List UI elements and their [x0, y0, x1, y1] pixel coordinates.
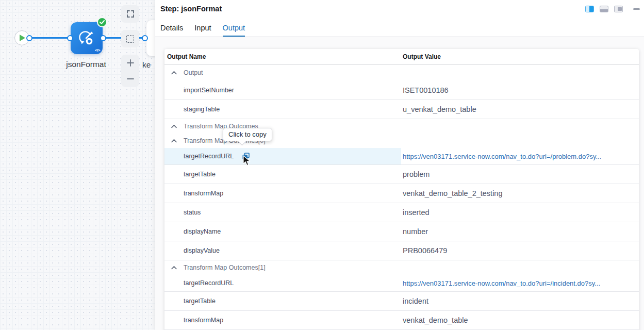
- zoom-out-button[interactable]: [121, 71, 139, 87]
- minimize-icon[interactable]: [633, 8, 640, 10]
- output-name-label: transformMap: [184, 190, 223, 197]
- output-value-link[interactable]: https://ven03171.service-now.com/nav_to.…: [403, 153, 601, 160]
- play-icon: [20, 35, 25, 41]
- output-table-card: Output Name Output Value OutputimportSet…: [164, 49, 639, 330]
- collapse-toggle[interactable]: [171, 71, 177, 75]
- output-name-label: transformMap: [184, 317, 223, 324]
- group-label: Transform Map Outcomes[1]: [184, 264, 266, 271]
- step-node-label: jsonFormat: [55, 60, 117, 69]
- fullscreen-button[interactable]: [121, 5, 139, 23]
- output-value: PRB0066479: [403, 246, 447, 255]
- output-value: u_venkat_demo_table: [403, 105, 476, 113]
- column-header-output-value: Output Value: [403, 53, 441, 60]
- panel-title: Step: jsonFormat: [160, 5, 222, 13]
- tab-details[interactable]: Details: [160, 24, 183, 37]
- output-name-label: displayValue: [184, 247, 220, 254]
- output-name-label: targetTable: [184, 171, 216, 178]
- chevron-up-icon: [171, 125, 177, 128]
- output-value: ISET0010186: [403, 86, 449, 94]
- marquee-icon: [126, 35, 134, 43]
- zoom-controls: [121, 55, 139, 87]
- output-name-label: status: [184, 209, 201, 216]
- chevron-up-icon: [171, 71, 177, 75]
- dock-float-icon[interactable]: [614, 6, 623, 12]
- output-table-rows: OutputimportSetNumberISET0010186stagingT…: [164, 64, 639, 330]
- output-name-label: stagingTable: [184, 106, 220, 113]
- zoom-in-button[interactable]: [121, 55, 139, 71]
- table-row: stagingTableu_venkat_demo_table: [164, 100, 639, 119]
- copy-tooltip-text: Click to copy: [228, 130, 267, 138]
- table-row: transformMapvenkat_demo_table: [164, 311, 639, 330]
- table-row: targetRecordURLhttps://ven03171.service-…: [164, 275, 639, 292]
- copy-tooltip: Click to copy: [223, 128, 272, 141]
- table-group-row[interactable]: Output: [164, 64, 639, 81]
- chevron-up-icon: [171, 266, 177, 270]
- dock-bottom-icon[interactable]: [600, 6, 608, 12]
- group-label: Output: [184, 69, 203, 76]
- chevron-up-icon: [171, 139, 177, 143]
- output-name-label: targetRecordURL: [184, 153, 234, 160]
- check-icon: [100, 20, 105, 24]
- output-name-label: targetRecordURL: [184, 279, 234, 287]
- collapse-toggle[interactable]: [171, 125, 177, 128]
- connector-port[interactable]: [142, 35, 148, 41]
- code-glyph-icon: </>: [95, 48, 100, 53]
- output-value: problem: [403, 170, 430, 178]
- connector-port[interactable]: [67, 35, 73, 41]
- table-row: targetRecordURLhttps://ven03171.service-…: [164, 148, 639, 165]
- flow-canvas[interactable]: </> jsonFormat ke: [0, 0, 155, 330]
- collapse-toggle[interactable]: [171, 266, 177, 270]
- table-row: transformMapvenkat_demo_table_2_testing: [164, 184, 639, 203]
- output-value-link[interactable]: https://ven03171.service-now.com/nav_to.…: [403, 279, 600, 287]
- dock-right-icon[interactable]: [585, 6, 594, 12]
- output-tab-content: Output Name Output Value OutputimportSet…: [155, 37, 644, 330]
- json-transform-icon: [77, 29, 96, 47]
- output-table-header: Output Name Output Value: [164, 49, 639, 64]
- next-node-label: ke: [142, 60, 151, 70]
- tab-output[interactable]: Output: [223, 24, 245, 37]
- output-value: venkat_demo_table: [403, 316, 468, 324]
- connector-port[interactable]: [26, 35, 32, 41]
- output-value: venkat_demo_table_2_testing: [403, 189, 502, 197]
- table-row: displayNamenumber: [164, 222, 639, 241]
- table-row: statusinserted: [164, 203, 639, 222]
- marquee-select-button[interactable]: [121, 30, 139, 47]
- plus-icon: [126, 59, 135, 67]
- output-value: number: [403, 227, 428, 236]
- output-name-label: targetTable: [184, 298, 216, 305]
- table-group-row[interactable]: Transform Map Outcomes[1]: [164, 260, 639, 275]
- table-row: targetTableproblem: [164, 165, 639, 184]
- tab-input[interactable]: Input: [194, 24, 211, 37]
- minus-icon: [126, 75, 135, 83]
- column-header-output-name: Output Name: [167, 53, 206, 60]
- panel-window-controls: [585, 6, 640, 12]
- output-name-label: displayName: [184, 228, 221, 235]
- step-detail-panel: Step: jsonFormat Details Input Output Ou…: [155, 0, 644, 330]
- table-row: targetTableincident: [164, 292, 639, 311]
- panel-tabs: Details Input Output: [160, 24, 245, 37]
- step-node-jsonformat[interactable]: </>: [71, 22, 103, 54]
- output-name-label: importSetNumber: [184, 87, 234, 94]
- collapse-toggle[interactable]: [171, 139, 177, 143]
- output-value: inserted: [403, 208, 430, 217]
- table-row: importSetNumberISET0010186: [164, 81, 639, 100]
- table-row: displayValuePRB0066479: [164, 241, 639, 260]
- fullscreen-icon: [126, 10, 135, 18]
- output-value: incident: [403, 297, 428, 305]
- mouse-cursor-icon: [243, 155, 251, 166]
- success-check-badge: [97, 17, 107, 27]
- connector-port[interactable]: [100, 35, 106, 41]
